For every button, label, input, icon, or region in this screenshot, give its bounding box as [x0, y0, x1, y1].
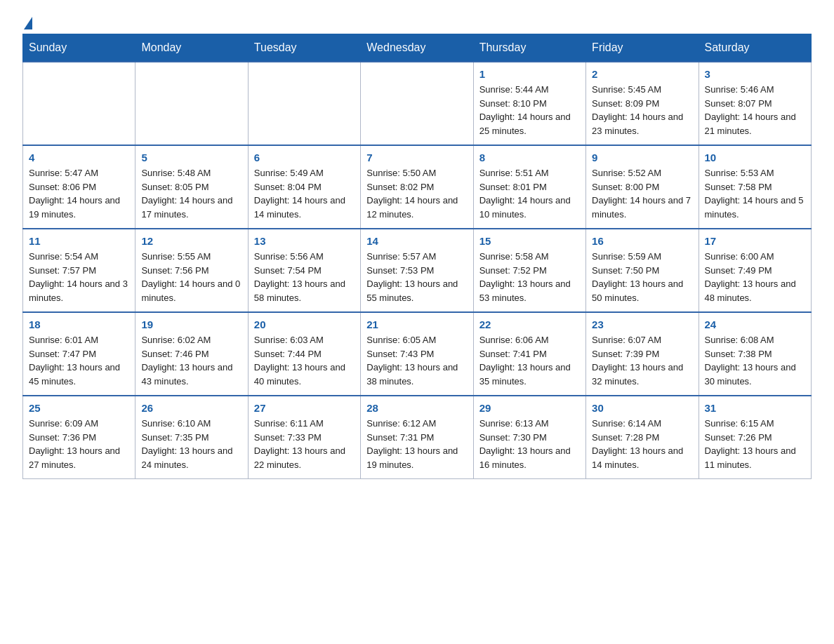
page-header	[22, 17, 812, 27]
calendar-cell: 19Sunrise: 6:02 AM Sunset: 7:46 PM Dayli…	[135, 312, 248, 396]
calendar-cell: 30Sunrise: 6:14 AM Sunset: 7:28 PM Dayli…	[586, 396, 699, 479]
calendar-cell: 20Sunrise: 6:03 AM Sunset: 7:44 PM Dayli…	[248, 312, 360, 396]
day-number: 26	[141, 402, 241, 414]
day-number: 30	[592, 402, 692, 414]
day-info: Sunrise: 5:59 AM Sunset: 7:50 PM Dayligh…	[592, 250, 692, 304]
week-row-4: 18Sunrise: 6:01 AM Sunset: 7:47 PM Dayli…	[23, 312, 812, 396]
calendar-cell: 4Sunrise: 5:47 AM Sunset: 8:06 PM Daylig…	[23, 145, 135, 229]
logo	[22, 17, 32, 27]
day-info: Sunrise: 5:45 AM Sunset: 8:09 PM Dayligh…	[592, 83, 692, 137]
calendar-cell: 8Sunrise: 5:51 AM Sunset: 8:01 PM Daylig…	[473, 145, 585, 229]
calendar-cell: 14Sunrise: 5:57 AM Sunset: 7:53 PM Dayli…	[361, 229, 473, 312]
calendar-cell: 17Sunrise: 6:00 AM Sunset: 7:49 PM Dayli…	[699, 229, 811, 312]
calendar-cell	[248, 62, 360, 145]
day-number: 6	[254, 152, 355, 163]
calendar-cell: 11Sunrise: 5:54 AM Sunset: 7:57 PM Dayli…	[23, 229, 135, 312]
weekday-header-sunday: Sunday	[23, 34, 135, 62]
day-number: 25	[29, 402, 129, 414]
day-number: 22	[479, 318, 580, 330]
day-number: 9	[592, 152, 692, 163]
day-info: Sunrise: 5:50 AM Sunset: 8:02 PM Dayligh…	[366, 166, 467, 221]
calendar-cell: 10Sunrise: 5:53 AM Sunset: 7:58 PM Dayli…	[699, 145, 811, 229]
day-info: Sunrise: 6:06 AM Sunset: 7:41 PM Dayligh…	[479, 333, 580, 388]
week-row-1: 1Sunrise: 5:44 AM Sunset: 8:10 PM Daylig…	[23, 62, 812, 145]
calendar-header-row: SundayMondayTuesdayWednesdayThursdayFrid…	[23, 34, 812, 62]
day-info: Sunrise: 6:10 AM Sunset: 7:35 PM Dayligh…	[141, 417, 241, 471]
calendar-cell: 31Sunrise: 6:15 AM Sunset: 7:26 PM Dayli…	[699, 396, 811, 479]
day-number: 2	[592, 68, 692, 80]
day-info: Sunrise: 5:44 AM Sunset: 8:10 PM Dayligh…	[479, 83, 580, 137]
calendar-cell: 21Sunrise: 6:05 AM Sunset: 7:43 PM Dayli…	[361, 312, 473, 396]
day-number: 23	[592, 318, 692, 330]
day-info: Sunrise: 5:51 AM Sunset: 8:01 PM Dayligh…	[479, 166, 580, 221]
day-number: 7	[366, 152, 467, 163]
day-number: 15	[479, 235, 580, 247]
weekday-header-saturday: Saturday	[699, 34, 811, 62]
calendar-cell: 25Sunrise: 6:09 AM Sunset: 7:36 PM Dayli…	[23, 396, 135, 479]
day-info: Sunrise: 5:48 AM Sunset: 8:05 PM Dayligh…	[141, 166, 241, 221]
day-number: 21	[366, 318, 467, 330]
calendar-table: SundayMondayTuesdayWednesdayThursdayFrid…	[22, 34, 812, 479]
day-number: 24	[705, 318, 805, 330]
day-info: Sunrise: 5:53 AM Sunset: 7:58 PM Dayligh…	[705, 166, 805, 221]
day-info: Sunrise: 6:15 AM Sunset: 7:26 PM Dayligh…	[705, 417, 805, 471]
day-number: 5	[141, 152, 241, 163]
logo-triangle-icon	[24, 17, 32, 29]
day-number: 4	[29, 152, 129, 163]
calendar-cell	[23, 62, 135, 145]
day-number: 29	[479, 402, 580, 414]
day-info: Sunrise: 6:14 AM Sunset: 7:28 PM Dayligh…	[592, 417, 692, 471]
calendar-cell: 3Sunrise: 5:46 AM Sunset: 8:07 PM Daylig…	[699, 62, 811, 145]
weekday-header-tuesday: Tuesday	[248, 34, 360, 62]
calendar-cell: 13Sunrise: 5:56 AM Sunset: 7:54 PM Dayli…	[248, 229, 360, 312]
day-number: 16	[592, 235, 692, 247]
day-info: Sunrise: 5:54 AM Sunset: 7:57 PM Dayligh…	[29, 250, 129, 304]
calendar-cell: 2Sunrise: 5:45 AM Sunset: 8:09 PM Daylig…	[586, 62, 699, 145]
day-info: Sunrise: 5:49 AM Sunset: 8:04 PM Dayligh…	[254, 166, 355, 221]
calendar-cell: 6Sunrise: 5:49 AM Sunset: 8:04 PM Daylig…	[248, 145, 360, 229]
calendar-cell: 29Sunrise: 6:13 AM Sunset: 7:30 PM Dayli…	[473, 396, 585, 479]
day-number: 27	[254, 402, 355, 414]
day-number: 10	[705, 152, 805, 163]
day-info: Sunrise: 6:00 AM Sunset: 7:49 PM Dayligh…	[705, 250, 805, 304]
day-number: 18	[29, 318, 129, 330]
day-number: 17	[705, 235, 805, 247]
calendar-cell: 24Sunrise: 6:08 AM Sunset: 7:38 PM Dayli…	[699, 312, 811, 396]
calendar-cell: 27Sunrise: 6:11 AM Sunset: 7:33 PM Dayli…	[248, 396, 360, 479]
day-number: 14	[366, 235, 467, 247]
weekday-header-thursday: Thursday	[473, 34, 585, 62]
day-number: 28	[366, 402, 467, 414]
day-number: 1	[479, 68, 580, 80]
calendar-cell: 9Sunrise: 5:52 AM Sunset: 8:00 PM Daylig…	[586, 145, 699, 229]
day-number: 31	[705, 402, 805, 414]
day-info: Sunrise: 6:12 AM Sunset: 7:31 PM Dayligh…	[366, 417, 467, 471]
day-number: 3	[705, 68, 805, 80]
calendar-cell: 15Sunrise: 5:58 AM Sunset: 7:52 PM Dayli…	[473, 229, 585, 312]
week-row-5: 25Sunrise: 6:09 AM Sunset: 7:36 PM Dayli…	[23, 396, 812, 479]
weekday-header-monday: Monday	[135, 34, 248, 62]
week-row-2: 4Sunrise: 5:47 AM Sunset: 8:06 PM Daylig…	[23, 145, 812, 229]
calendar-cell: 23Sunrise: 6:07 AM Sunset: 7:39 PM Dayli…	[586, 312, 699, 396]
day-number: 8	[479, 152, 580, 163]
day-info: Sunrise: 6:02 AM Sunset: 7:46 PM Dayligh…	[141, 333, 241, 388]
day-number: 13	[254, 235, 355, 247]
day-info: Sunrise: 5:46 AM Sunset: 8:07 PM Dayligh…	[705, 83, 805, 137]
day-number: 11	[29, 235, 129, 247]
day-number: 12	[141, 235, 241, 247]
day-number: 19	[141, 318, 241, 330]
calendar-cell: 28Sunrise: 6:12 AM Sunset: 7:31 PM Dayli…	[361, 396, 473, 479]
weekday-header-friday: Friday	[586, 34, 699, 62]
day-info: Sunrise: 5:56 AM Sunset: 7:54 PM Dayligh…	[254, 250, 355, 304]
day-info: Sunrise: 6:01 AM Sunset: 7:47 PM Dayligh…	[29, 333, 129, 388]
day-info: Sunrise: 6:09 AM Sunset: 7:36 PM Dayligh…	[29, 417, 129, 471]
day-info: Sunrise: 6:13 AM Sunset: 7:30 PM Dayligh…	[479, 417, 580, 471]
day-info: Sunrise: 6:03 AM Sunset: 7:44 PM Dayligh…	[254, 333, 355, 388]
day-info: Sunrise: 6:05 AM Sunset: 7:43 PM Dayligh…	[366, 333, 467, 388]
calendar-cell	[361, 62, 473, 145]
day-info: Sunrise: 5:55 AM Sunset: 7:56 PM Dayligh…	[141, 250, 241, 304]
day-info: Sunrise: 6:08 AM Sunset: 7:38 PM Dayligh…	[705, 333, 805, 388]
day-info: Sunrise: 5:47 AM Sunset: 8:06 PM Dayligh…	[29, 166, 129, 221]
calendar-cell: 12Sunrise: 5:55 AM Sunset: 7:56 PM Dayli…	[135, 229, 248, 312]
calendar-cell: 5Sunrise: 5:48 AM Sunset: 8:05 PM Daylig…	[135, 145, 248, 229]
day-info: Sunrise: 6:07 AM Sunset: 7:39 PM Dayligh…	[592, 333, 692, 388]
